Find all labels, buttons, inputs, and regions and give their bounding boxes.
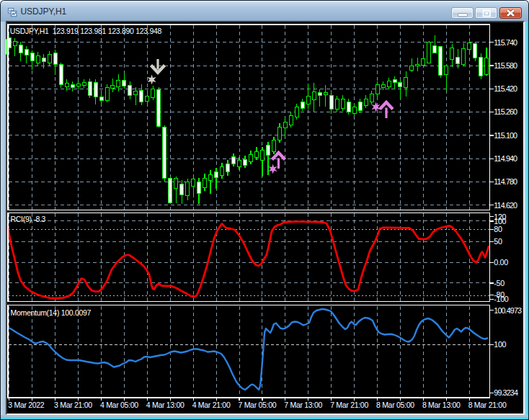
svg-text:100.4973: 100.4973	[494, 306, 522, 315]
svg-text:4 Mar 13:00: 4 Mar 13:00	[146, 401, 185, 409]
svg-text:3 Mar 21:00: 3 Mar 21:00	[54, 401, 92, 409]
svg-text:115.100: 115.100	[494, 131, 517, 140]
svg-text:Momentum(14) 100.0097: Momentum(14) 100.0097	[11, 308, 92, 317]
svg-text:114.620: 114.620	[494, 201, 517, 210]
svg-text:99.3234: 99.3234	[494, 388, 518, 397]
svg-text:100: 100	[494, 217, 506, 225]
svg-text:8 Mar 13:00: 8 Mar 13:00	[422, 401, 461, 409]
svg-text:8 Mar 05:00: 8 Mar 05:00	[376, 401, 414, 409]
svg-text:7 Mar 21:00: 7 Mar 21:00	[330, 401, 368, 409]
svg-text:100: 100	[494, 340, 506, 349]
svg-text:50: 50	[494, 237, 502, 246]
svg-text:-50: -50	[494, 279, 504, 287]
svg-text:114.940: 114.940	[494, 154, 517, 163]
svg-text:7 Mar 13:00: 7 Mar 13:00	[284, 401, 322, 409]
svg-text:80: 80	[494, 225, 502, 233]
svg-text:-100: -100	[494, 295, 509, 303]
svg-text:114.780: 114.780	[494, 177, 517, 186]
svg-text:115.420: 115.420	[494, 84, 517, 93]
svg-text:115.260: 115.260	[494, 107, 517, 116]
svg-text:7 Mar 05:00: 7 Mar 05:00	[239, 401, 277, 409]
svg-text:USDJPY,H1 123.919 123.981 123: USDJPY,H1 123.919 123.981 123.890 123.94…	[10, 27, 162, 35]
svg-text:4 Mar 05:00: 4 Mar 05:00	[100, 401, 138, 409]
svg-text:0.00: 0.00	[494, 258, 508, 267]
svg-text:115.740: 115.740	[494, 38, 517, 47]
svg-text:RCI(9) -8.3: RCI(9) -8.3	[11, 215, 46, 223]
svg-text:3 Mar 2022: 3 Mar 2022	[8, 401, 45, 409]
svg-text:4 Mar 21:00: 4 Mar 21:00	[192, 401, 231, 409]
svg-text:115.580: 115.580	[494, 61, 517, 70]
svg-text:8 Mar 21:00: 8 Mar 21:00	[468, 401, 507, 409]
